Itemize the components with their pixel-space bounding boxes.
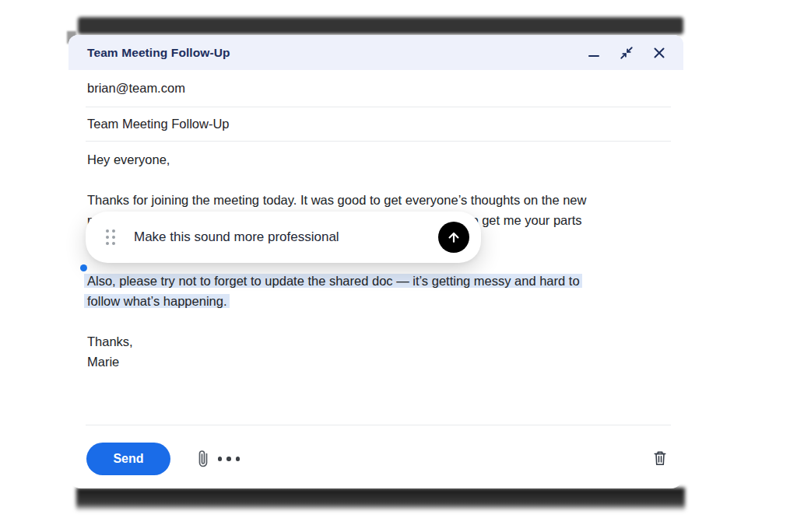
window-title: Team Meeting Follow-Up [87,46,230,60]
body-line [87,311,665,331]
paperclip-icon [197,449,209,469]
x-icon [653,47,665,59]
ai-prompt-bar[interactable]: Make this sound more professional [86,212,481,263]
more-options-button[interactable] [210,447,248,471]
subject-field-value: Team Meeting Follow-Up [87,117,229,131]
body-line-selected: Also, please try not to forget to update… [87,271,665,291]
window-controls [585,35,668,70]
selected-text: Also, please try not to forget to update… [87,274,580,288]
minus-icon [588,47,599,58]
minimize-button[interactable] [585,44,602,61]
to-field[interactable]: brian@team.com [86,70,671,107]
body-line [87,170,665,190]
body-line: Thanks for joining the meeting today. It… [87,190,665,210]
selection-handle[interactable] [80,264,87,271]
compress-arrows-icon [620,46,634,60]
close-button[interactable] [651,44,668,61]
compose-titlebar[interactable]: Team Meeting Follow-Up [68,35,683,70]
window-shadow-top [78,17,683,34]
trash-icon [652,450,668,467]
body-line: Thanks, [87,331,665,352]
body-line: Hey everyone, [87,149,665,170]
subject-field[interactable]: Team Meeting Follow-Up [86,107,671,142]
window-shadow-bottom [76,488,685,511]
to-field-value: brian@team.com [87,81,185,96]
toolbar-divider [86,425,671,425]
send-button[interactable]: Send [86,443,170,475]
ellipsis-icon [218,457,223,461]
drag-handle-dots-icon[interactable] [106,229,115,245]
ai-submit-button[interactable] [438,222,469,253]
delete-draft-button[interactable] [649,446,671,470]
selected-text: follow what’s happening. [87,294,227,308]
screenshot-stage: Team Meeting Follow-Up [0,0,797,532]
body-line-selected: follow what’s happening. [87,291,665,311]
collapse-button[interactable] [618,44,635,61]
arrow-up-icon [446,229,462,245]
body-line: Marie [87,352,665,372]
ai-prompt-text[interactable]: Make this sound more professional [134,229,339,245]
